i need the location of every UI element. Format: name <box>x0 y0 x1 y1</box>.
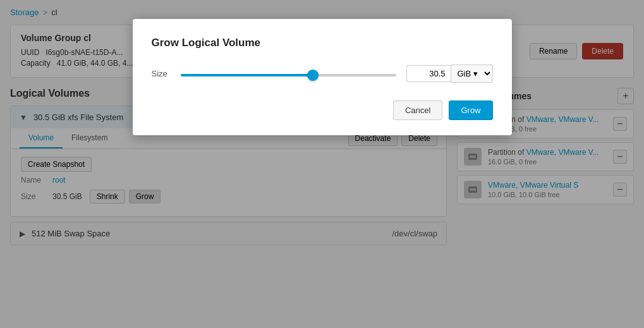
dialog-title: Grow Logical Volume <box>152 37 493 49</box>
dialog-actions: Cancel Grow <box>152 100 493 120</box>
unit-select[interactable]: GiB ▾ <box>451 64 493 83</box>
size-input-group: GiB ▾ <box>406 64 493 83</box>
dialog-body: Size GiB ▾ <box>152 64 493 83</box>
modal-overlay: Grow Logical Volume Size GiB ▾ Cancel Gr… <box>0 0 644 328</box>
size-input[interactable] <box>406 65 451 82</box>
size-slider[interactable] <box>181 74 396 76</box>
cancel-button[interactable]: Cancel <box>393 100 442 120</box>
slider-container <box>181 69 396 78</box>
dialog-size-label: Size <box>152 69 171 78</box>
grow-confirm-button[interactable]: Grow <box>449 100 492 120</box>
grow-lv-dialog: Grow Logical Volume Size GiB ▾ Cancel Gr… <box>133 19 512 135</box>
